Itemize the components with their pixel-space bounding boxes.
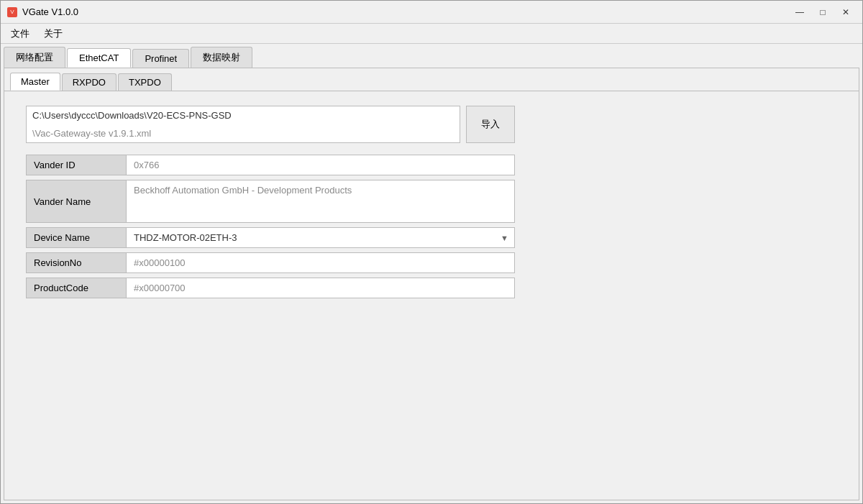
tab-ethercat[interactable]: EthetCAT xyxy=(67,48,131,68)
tab-profinet[interactable]: Profinet xyxy=(132,49,189,68)
revision-no-label: RevisionNo xyxy=(26,252,127,273)
revision-no-value: #x00000100 xyxy=(127,252,515,273)
minimize-button[interactable]: — xyxy=(789,5,811,19)
tab-network[interactable]: 网络配置 xyxy=(4,47,65,68)
device-name-select-wrapper: THDZ-MOTOR-02ETH-3 ▼ xyxy=(127,227,515,248)
vander-name-label: Vander Name xyxy=(26,180,127,223)
file-import-row: 导入 xyxy=(26,106,515,143)
product-code-row: ProductCode #x00000700 xyxy=(26,278,515,298)
menu-item-about[interactable]: 关于 xyxy=(37,24,70,43)
subtab-master[interactable]: Master xyxy=(10,73,60,91)
close-button[interactable]: ✕ xyxy=(835,5,857,19)
file-path-input-2[interactable] xyxy=(26,124,460,143)
menu-item-file[interactable]: 文件 xyxy=(4,24,37,43)
file-path-input-1[interactable] xyxy=(26,106,460,124)
main-tabs-bar: 网络配置 EthetCAT Profinet 数据映射 xyxy=(1,44,862,68)
title-bar: V VGate V1.0.0 — □ ✕ xyxy=(1,1,862,24)
form-section: 导入 Vander ID 0x766 Vander Name Beckhoff … xyxy=(26,106,515,298)
vander-name-value[interactable]: Beckhoff Automation GmbH - Development P… xyxy=(127,180,515,223)
app-icon: V xyxy=(6,6,18,18)
device-name-select[interactable]: THDZ-MOTOR-02ETH-3 xyxy=(127,228,514,247)
device-name-row: Device Name THDZ-MOTOR-02ETH-3 ▼ xyxy=(26,227,515,248)
tab-datamap[interactable]: 数据映射 xyxy=(191,47,252,68)
window-title: VGate V1.0.0 xyxy=(22,6,78,17)
window-controls: — □ ✕ xyxy=(789,5,857,19)
main-content: Master RXPDO TXPDO 导入 Vander ID 0x766 xyxy=(4,68,859,500)
subtab-rxpdo[interactable]: RXPDO xyxy=(62,73,117,91)
main-window: V VGate V1.0.0 — □ ✕ 文件 关于 网络配置 EthetCAT… xyxy=(0,0,863,504)
vander-name-row: Vander Name Beckhoff Automation GmbH - D… xyxy=(26,180,515,223)
maximize-button[interactable]: □ xyxy=(812,5,834,19)
product-code-label: ProductCode xyxy=(26,278,127,298)
tab-content-master: 导入 Vander ID 0x766 Vander Name Beckhoff … xyxy=(4,91,859,500)
vander-id-label: Vander ID xyxy=(26,155,127,175)
product-code-value: #x00000700 xyxy=(127,278,515,298)
subtab-txpdo[interactable]: TXPDO xyxy=(118,73,172,91)
title-bar-left: V VGate V1.0.0 xyxy=(6,6,78,18)
sub-tabs-bar: Master RXPDO TXPDO xyxy=(4,68,859,91)
revision-no-row: RevisionNo #x00000100 xyxy=(26,252,515,273)
menu-bar: 文件 关于 xyxy=(1,24,862,44)
device-name-label: Device Name xyxy=(26,227,127,248)
vander-id-row: Vander ID 0x766 xyxy=(26,155,515,175)
import-button[interactable]: 导入 xyxy=(466,106,515,143)
vander-id-value: 0x766 xyxy=(127,155,515,175)
file-path-group xyxy=(26,106,460,143)
vgate-logo: V xyxy=(7,7,17,17)
